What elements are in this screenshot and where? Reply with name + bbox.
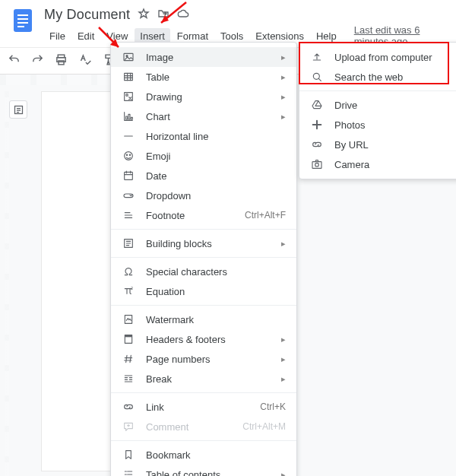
headers-icon [122,333,135,345]
image-submenu-by-url[interactable]: By URL [299,135,456,154]
svg-point-10 [126,56,128,57]
menu-item-label: Camera [334,159,456,170]
svg-rect-3 [17,22,28,24]
image-submenu-search-web[interactable]: Search the web [299,67,456,87]
link-icon [122,401,135,413]
menu-item-label: Footnote [146,210,234,221]
insert-chart[interactable]: Chart▸ [111,106,296,126]
insert-equation[interactable]: 2Equation [111,281,296,301]
submenu-arrow-icon: ▸ [281,112,286,122]
menu-separator [299,90,456,91]
star-icon[interactable] [138,8,150,22]
menu-item-label: Table [146,71,271,83]
menu-item-label: Photos [334,119,456,131]
document-outline-button[interactable] [9,100,27,119]
menu-item-label: Break [146,373,271,385]
hr-icon [122,130,135,142]
docs-logo[interactable] [9,6,36,33]
insert-hr[interactable]: Horizontal line [111,126,296,146]
svg-rect-15 [128,114,130,119]
upload-icon [310,51,324,63]
svg-rect-1 [17,14,28,16]
move-icon[interactable] [157,8,169,22]
menu-item-label: Headers & footers [146,334,271,345]
document-title[interactable]: My Document [44,7,130,23]
insert-building-blocks[interactable]: Building blocks▸ [111,233,296,253]
insert-image[interactable]: Image▸ [111,47,296,67]
insert-dropdown[interactable]: Dropdown [111,186,296,205]
table-icon [122,71,135,83]
blocks-icon [122,237,135,249]
hash-icon [122,353,135,365]
pi-icon: 2 [122,285,135,297]
submenu-arrow-icon: ▸ [281,52,286,62]
menu-separator [111,305,296,306]
insert-toc[interactable]: Table of contents▸ [111,465,296,476]
link-icon [310,138,324,151]
insert-page-numbers[interactable]: Page numbers▸ [111,349,296,369]
insert-special-chars[interactable]: Special characters [111,262,296,281]
svg-rect-11 [125,73,133,80]
menu-item-label: Dropdown [146,190,286,202]
menu-item-label: By URL [334,139,456,151]
image-submenu-drive[interactable]: Drive [299,95,456,115]
image-submenu-camera[interactable]: Camera [299,154,456,174]
insert-link[interactable]: LinkCtrl+K [111,397,296,417]
header-main: My Document FileEditViewInsertFormatTool… [44,6,447,47]
submenu-arrow-icon: ▸ [281,72,286,82]
submenu-arrow-icon: ▸ [281,239,286,249]
vertical-ruler [5,91,9,476]
drive-icon [310,99,324,111]
svg-point-19 [129,154,130,155]
redo-icon[interactable] [31,53,44,68]
menu-item-label: Image [146,52,271,63]
menu-separator [111,392,296,393]
menu-edit[interactable]: Edit [72,28,100,44]
app-header: My Document FileEditViewInsertFormatTool… [0,0,456,47]
insert-emoji[interactable]: Emoji [111,146,296,166]
menu-item-label: Building blocks [146,238,271,249]
menu-file[interactable]: File [44,28,71,44]
image-submenu-dropdown: Upload from computerSearch the webDriveP… [299,42,456,179]
insert-footnote[interactable]: FootnoteCtrl+Alt+F [111,205,296,225]
photos-icon [310,119,324,131]
menu-item-label: Chart [146,111,271,122]
footnote-icon [122,209,135,221]
svg-rect-20 [125,172,133,179]
submenu-arrow-icon: ▸ [281,374,286,384]
image-submenu-upload[interactable]: Upload from computer [299,47,456,67]
camera-icon [310,158,324,170]
print-icon[interactable] [55,53,68,68]
svg-rect-4 [17,26,24,27]
insert-headers-footers[interactable]: Headers & footers▸ [111,329,296,349]
cloud-icon[interactable] [177,8,189,22]
svg-rect-2 [17,18,28,20]
insert-menu-dropdown: Image▸Table▸Drawing▸Chart▸Horizontal lin… [110,42,297,476]
image-submenu-photos[interactable]: Photos [299,115,456,135]
insert-drawing[interactable]: Drawing▸ [111,87,296,106]
insert-break[interactable]: Break▸ [111,369,296,389]
menu-item-label: Bookmark [146,449,286,461]
undo-icon[interactable] [8,53,21,68]
insert-watermark[interactable]: Watermark [111,309,296,329]
menu-item-label: Drawing [146,91,271,103]
search-icon [310,71,324,83]
watermark-icon [122,313,135,325]
menu-item-label: Special characters [146,266,286,278]
dropdown-icon [122,189,135,202]
toc-icon [122,468,135,476]
insert-bookmark[interactable]: Bookmark [111,445,296,465]
insert-date[interactable]: Date [111,166,296,186]
svg-rect-0 [14,9,32,32]
svg-text:2: 2 [131,287,133,290]
spellcheck-icon[interactable] [78,53,91,68]
bookmark-icon [122,449,135,461]
menu-separator [111,257,296,258]
shortcut-label: Ctrl+K [260,401,286,412]
insert-table[interactable]: Table▸ [111,67,296,87]
svg-point-30 [315,163,319,167]
menu-item-label: Page numbers [146,354,271,365]
menu-item-label: Horizontal line [146,131,286,142]
menu-item-label: Search the web [334,71,456,83]
svg-point-13 [126,94,128,97]
